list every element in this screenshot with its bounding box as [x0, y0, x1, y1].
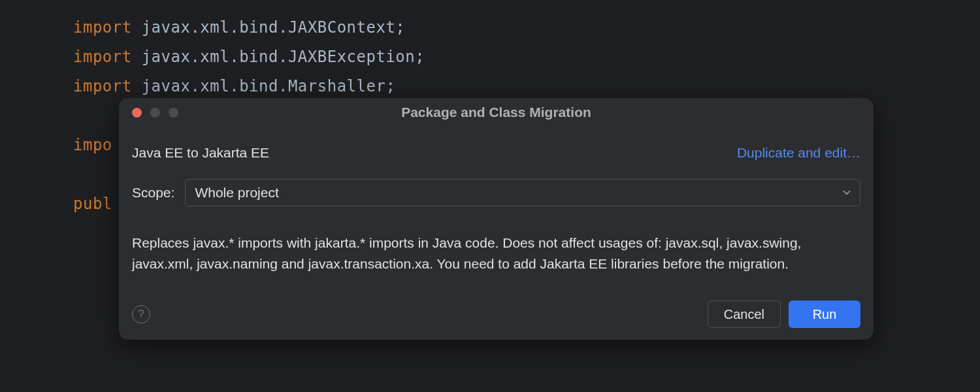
code-text: javax.xml.bind.Marshaller; — [142, 77, 396, 95]
code-line: import javax.xml.bind.Marshaller; — [73, 72, 980, 101]
keyword-import: impo — [73, 136, 112, 154]
run-button[interactable]: Run — [789, 301, 860, 328]
dialog-footer: ? Cancel Run — [132, 301, 860, 328]
keyword-import: import — [73, 18, 132, 37]
chevron-down-icon — [843, 188, 851, 197]
keyword-public: publ — [73, 195, 112, 213]
close-icon[interactable] — [132, 108, 142, 118]
scope-dropdown[interactable]: Whole project — [185, 179, 860, 206]
dialog-title: Package and Class Migration — [119, 105, 874, 120]
scope-label: Scope: — [132, 185, 174, 201]
scope-row: Scope: Whole project — [132, 179, 860, 206]
migration-name-label: Java EE to Jakarta EE — [132, 145, 269, 161]
help-icon[interactable]: ? — [132, 305, 150, 323]
dialog-titlebar: Package and Class Migration — [119, 98, 874, 127]
minimize-icon — [150, 108, 160, 118]
dialog-body: Java EE to Jakarta EE Duplicate and edit… — [119, 127, 874, 340]
code-text: javax.xml.bind.JAXBException; — [142, 48, 425, 66]
duplicate-edit-link[interactable]: Duplicate and edit… — [737, 145, 860, 161]
keyword-import: import — [73, 77, 132, 95]
migration-dialog: Package and Class Migration Java EE to J… — [119, 98, 874, 340]
code-line: import javax.xml.bind.JAXBContext; — [73, 13, 980, 42]
dialog-buttons: Cancel Run — [708, 301, 860, 328]
keyword-import: import — [73, 48, 132, 66]
dialog-header-row: Java EE to Jakarta EE Duplicate and edit… — [132, 145, 860, 161]
migration-description: Replaces javax.* imports with jakarta.* … — [132, 233, 860, 274]
code-text: javax.xml.bind.JAXBContext; — [142, 18, 406, 37]
cancel-button[interactable]: Cancel — [708, 301, 781, 328]
code-line: import javax.xml.bind.JAXBException; — [73, 42, 980, 72]
scope-selected-value: Whole project — [195, 185, 278, 201]
window-controls — [119, 108, 178, 118]
maximize-icon — [169, 108, 178, 118]
